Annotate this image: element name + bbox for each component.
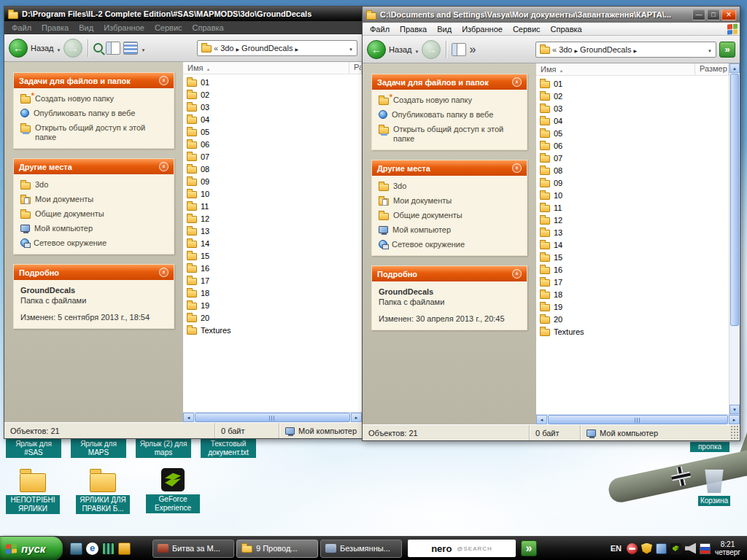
folders-toolbar-icon[interactable]	[452, 43, 466, 56]
file-row[interactable]: 17	[536, 276, 729, 288]
scrollbar-thumb[interactable]	[195, 413, 350, 422]
search-toolbar-icon[interactable]	[93, 43, 103, 52]
file-row[interactable]: 15	[536, 251, 729, 263]
resize-grip[interactable]	[729, 425, 740, 440]
file-row[interactable]: 14	[183, 237, 362, 249]
file-row[interactable]: 14	[536, 238, 729, 251]
menu-item[interactable]: Избранное	[98, 22, 150, 34]
breadcrumb-item[interactable]: GroundDecals	[580, 45, 631, 54]
file-row[interactable]: 18	[183, 287, 362, 299]
file-row[interactable]: 01	[183, 76, 362, 88]
views-dropdown-icon[interactable]	[141, 42, 145, 55]
forward-button[interactable]	[422, 40, 441, 59]
file-row[interactable]: 08	[183, 163, 362, 175]
back-dropdown-icon[interactable]	[57, 42, 61, 55]
breadcrumb-item[interactable]: 3do	[559, 45, 572, 54]
file-row[interactable]: 04	[183, 113, 362, 125]
address-dropdown-icon[interactable]	[708, 45, 712, 54]
file-row[interactable]: 18	[536, 288, 729, 300]
security-shield-icon[interactable]	[641, 543, 652, 554]
place-link[interactable]: 3do	[379, 182, 520, 191]
scrollbar-thumb[interactable]	[730, 74, 739, 326]
menu-item[interactable]: Избранное	[457, 23, 508, 35]
file-row[interactable]: 20	[183, 311, 362, 324]
place-link[interactable]: Общие документы	[379, 211, 520, 220]
address-bar[interactable]: « 3do GroundDecals	[197, 40, 357, 56]
file-row[interactable]: 09	[536, 176, 729, 189]
taskbar-clock[interactable]: 8:21 четверг	[711, 540, 747, 556]
recycle-bin[interactable]: Корзина	[687, 468, 741, 506]
collapse-icon[interactable]	[159, 162, 169, 171]
scrollbar-track[interactable]	[729, 73, 740, 405]
column-size[interactable]: Размер	[349, 62, 362, 74]
place-link[interactable]: Мой компьютер	[20, 224, 167, 233]
go-button[interactable]	[719, 42, 735, 58]
file-row[interactable]: 06	[183, 138, 362, 150]
task-link[interactable]: Опубликовать папку в вебе	[379, 110, 520, 120]
desktop-icon[interactable]: GeForce Experience	[146, 468, 200, 513]
panel-header[interactable]: Другие места	[372, 160, 527, 176]
menu-item[interactable]: Справка	[187, 22, 229, 34]
internet-explorer-icon[interactable]: e	[86, 542, 98, 555]
flag-tray-icon[interactable]	[700, 543, 711, 554]
file-row[interactable]: Textures	[183, 324, 362, 336]
back-dropdown-icon[interactable]	[415, 43, 419, 56]
desktop-shortcut[interactable]: Ярлык (2) для maps	[136, 439, 191, 458]
file-row[interactable]: 08	[536, 164, 729, 176]
collapse-icon[interactable]	[159, 76, 169, 85]
file-row[interactable]: 11	[183, 200, 362, 212]
desktop-shortcut[interactable]: Ярлык для MAPS	[71, 439, 126, 458]
collapse-icon[interactable]	[512, 269, 522, 279]
back-button[interactable]: Назад	[9, 39, 61, 58]
place-link[interactable]: Мои документы	[20, 195, 167, 204]
download-manager-icon[interactable]	[521, 540, 537, 556]
scrollbar-thumb[interactable]	[548, 415, 728, 424]
breadcrumb-item[interactable]: 3do	[220, 44, 233, 52]
file-row[interactable]: 01	[536, 77, 729, 90]
views-toolbar-icon[interactable]	[123, 42, 138, 55]
panel-header[interactable]: Подробно	[14, 265, 174, 280]
scroll-right-icon[interactable]	[729, 415, 740, 424]
vertical-scrollbar[interactable]	[729, 63, 740, 414]
file-row[interactable]: 02	[183, 88, 362, 101]
horizontal-scrollbar[interactable]	[536, 414, 740, 424]
place-link[interactable]: Мои документы	[379, 196, 520, 206]
column-name[interactable]: Имя	[183, 62, 349, 74]
file-row[interactable]: 17	[183, 274, 362, 287]
place-link[interactable]: Сетевое окружение	[20, 238, 167, 248]
menu-item[interactable]: Правка	[36, 22, 74, 34]
file-row[interactable]: 16	[536, 263, 729, 276]
file-row[interactable]: Textures	[536, 325, 729, 338]
file-row[interactable]: 19	[536, 300, 729, 313]
scroll-down-icon[interactable]	[729, 405, 740, 414]
panel-header[interactable]: Подробно	[372, 266, 527, 281]
horizontal-scrollbar[interactable]	[183, 412, 362, 422]
back-button[interactable]: Назад	[367, 40, 419, 59]
close-button[interactable]	[721, 9, 736, 20]
file-row[interactable]: 10	[536, 189, 729, 201]
title-bar[interactable]: C:\Documents and Settings\Vasya\Мои доку…	[363, 7, 740, 23]
nero-search-widget[interactable]: nero @SEARCH	[408, 540, 516, 557]
scroll-left-icon[interactable]	[183, 413, 194, 422]
place-link[interactable]: 3do	[20, 180, 167, 190]
file-row[interactable]: 05	[183, 125, 362, 138]
folder-app-icon[interactable]	[118, 542, 131, 555]
file-row[interactable]: 03	[536, 102, 729, 114]
file-row[interactable]: 09	[183, 175, 362, 187]
address-bar[interactable]: « 3do GroundDecals	[535, 42, 716, 58]
file-row[interactable]: 15	[183, 249, 362, 262]
file-row[interactable]: 06	[536, 139, 729, 152]
desktop-icon[interactable]: НЕПОТРІБНІ ЯРЛИКИ	[6, 468, 60, 514]
panel-header[interactable]: Другие места	[14, 159, 174, 174]
collapse-icon[interactable]	[512, 163, 522, 173]
show-desktop-icon[interactable]	[70, 542, 82, 555]
desktop-icon[interactable]: ЯРЛИКИ ДЛЯ ПРАВКИ Б...	[76, 468, 130, 514]
forward-button[interactable]	[63, 39, 82, 58]
desktop-shortcut[interactable]: Текстовый документ.txt	[201, 439, 256, 458]
task-link[interactable]: Открыть общий доступ к этой папке	[20, 123, 167, 142]
place-link[interactable]: Мой компьютер	[379, 225, 520, 235]
file-row[interactable]: 07	[536, 152, 729, 164]
menu-item[interactable]: Сервис	[508, 23, 546, 35]
menu-item[interactable]: Справка	[546, 23, 587, 35]
file-row[interactable]: 10	[183, 187, 362, 200]
